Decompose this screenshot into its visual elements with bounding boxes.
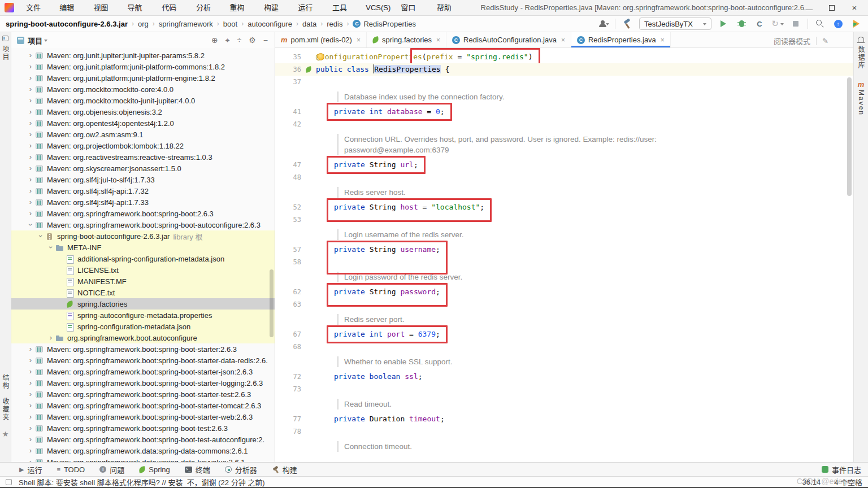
tree-item[interactable]: ›Maven: org.springframework.boot:spring-…	[11, 219, 275, 230]
tree-item[interactable]: ›Maven: org.mockito:mockito-junit-jupite…	[11, 95, 275, 106]
code-line[interactable]: 41private int database = 0;	[275, 106, 853, 118]
tree-item[interactable]: ›Maven: org.springframework.data:spring-…	[11, 445, 275, 456]
run-config-select[interactable]: TestJedisByTX	[639, 18, 711, 30]
menu-item-9[interactable]: 工具(T)	[327, 2, 361, 14]
toolwindow-button-hammer[interactable]: 构建	[272, 464, 297, 475]
install-link[interactable]: 安装	[168, 478, 183, 487]
breadcrumb-item[interactable]: org	[138, 20, 149, 28]
tree-chevron-icon[interactable]: ›	[26, 61, 35, 72]
update-available-icon[interactable]: ↑	[832, 18, 844, 30]
menu-item-11[interactable]: 窗口(W)	[396, 2, 432, 14]
menu-item-4[interactable]: 代码(C)	[157, 2, 191, 14]
toolwindow-tab-database[interactable]: 数据库	[856, 46, 866, 69]
toolwindow-button-todo[interactable]: ≡TODO	[57, 465, 85, 474]
tree-chevron-icon[interactable]: ›	[25, 220, 36, 229]
tree-item[interactable]: ›Maven: org.springframework.boot:spring-…	[11, 411, 275, 422]
code-line[interactable]: 77private Duration timeout;	[275, 413, 853, 425]
tree-item[interactable]: ›org.springframework.boot.autoconfigure	[11, 332, 275, 343]
code-line[interactable]: 72private boolean ssl;	[275, 371, 853, 383]
tree-chevron-icon[interactable]: ›	[26, 50, 35, 61]
caret-position[interactable]: 36:14	[802, 478, 821, 486]
menu-item-10[interactable]: VCS(S)	[361, 2, 396, 14]
tree-chevron-icon[interactable]: ›	[26, 366, 35, 377]
tree-chevron-icon[interactable]: ›	[26, 377, 35, 389]
tree-chevron-icon[interactable]: ›	[26, 400, 35, 411]
project-tab-icon[interactable]	[2, 36, 8, 41]
project-panel-title[interactable]: 项目	[28, 35, 42, 46]
expand-collapse-icon[interactable]: ÷	[237, 36, 242, 45]
tree-item[interactable]: ›Maven: org.slf4j:jul-to-slf4j:1.7.33	[11, 174, 275, 185]
editor-scrollbar-thumb[interactable]	[847, 77, 852, 196]
tree-chevron-icon[interactable]: ›	[26, 117, 35, 129]
tree-item[interactable]: MANIFEST.MF	[11, 276, 275, 287]
tree-chevron-icon[interactable]: ›	[26, 208, 35, 219]
user-account-icon[interactable]	[597, 18, 609, 30]
tab-close-icon[interactable]: ×	[561, 36, 565, 44]
tree-item[interactable]: ›Maven: org.projectlombok:lombok:1.18.22	[11, 140, 275, 151]
locate-file-icon[interactable]: ⊕	[211, 36, 218, 45]
coverage-button[interactable]: C	[753, 18, 766, 30]
event-log-button[interactable]: 事件日志	[832, 464, 861, 475]
tree-item[interactable]: spring-autoconfigure-metadata.properties	[11, 310, 275, 321]
code-line[interactable]: 52private String host = "localhost";	[275, 201, 853, 213]
debug-button[interactable]	[735, 18, 748, 30]
toolwindow-button-leaf[interactable]: Spring	[139, 465, 170, 474]
tree-item[interactable]: ›Maven: org.junit.jupiter:junit-jupiter-…	[11, 50, 275, 61]
menu-item-1[interactable]: 编辑(E)	[54, 2, 88, 14]
search-everywhere-icon[interactable]	[814, 18, 826, 30]
breadcrumb-item[interactable]: springframework	[159, 20, 213, 28]
code-line[interactable]: 68	[275, 341, 853, 353]
toolwindow-tab-structure[interactable]: 结构	[1, 374, 10, 390]
code-line[interactable]: 53	[275, 213, 853, 226]
tree-chevron-icon[interactable]: ›	[26, 84, 35, 95]
rerun-button[interactable]: ↻	[771, 18, 784, 30]
hide-panel-icon[interactable]: −	[263, 36, 268, 45]
tree-item[interactable]: NOTICE.txt	[11, 287, 275, 298]
menu-item-5[interactable]: 分析(Z)	[191, 2, 224, 14]
tree-item[interactable]: ›Maven: org.springframework.boot:spring-…	[11, 343, 275, 355]
tree-item[interactable]: ›spring-boot-autoconfigure-2.6.3.jarlibr…	[11, 230, 275, 242]
build-hammer-button[interactable]	[621, 18, 633, 30]
breadcrumb-item[interactable]: data	[302, 20, 316, 28]
menu-item-0[interactable]: 文件(F)	[21, 2, 54, 14]
tree-chevron-icon[interactable]: ›	[26, 95, 35, 106]
tree-item[interactable]: ›Maven: org.junit.platform:junit-platfor…	[11, 61, 275, 72]
tree-item[interactable]: ›Maven: org.opentest4j:opentest4j:1.2.0	[11, 117, 275, 129]
code-line[interactable]: 48	[275, 171, 853, 184]
toolwindow-switcher-icon[interactable]	[6, 479, 12, 485]
chevron-down-icon[interactable]	[44, 40, 47, 43]
toolwindow-button-profiler[interactable]: 分析器	[225, 464, 257, 475]
toolwindow-tab-favorites[interactable]: 收藏夹	[1, 398, 10, 421]
tree-chevron-icon[interactable]: ›	[26, 72, 35, 84]
tree-chevron-icon[interactable]: ›	[26, 355, 35, 366]
toolwindow-button-terminal[interactable]: >_终端	[185, 464, 210, 475]
run-button[interactable]	[717, 18, 730, 30]
tree-item[interactable]: spring.factories	[11, 298, 275, 310]
tab-close-icon[interactable]: ×	[357, 36, 361, 44]
scroll-from-source-icon[interactable]: ⌖	[225, 36, 230, 45]
menu-item-2[interactable]: 视图(V)	[88, 2, 122, 14]
toolwindow-tab-maven[interactable]: Maven	[857, 90, 865, 116]
code-line[interactable]: 36public class RedisProperties {	[275, 63, 853, 76]
stop-button[interactable]	[789, 18, 802, 30]
code-line[interactable]: 47private String url;	[275, 159, 853, 171]
editor-tab[interactable]: mpom.xml (redis-02)×	[275, 32, 367, 47]
code-line[interactable]: 42	[275, 118, 853, 130]
tree-item[interactable]: ›Maven: org.springframework.boot:spring-…	[11, 377, 275, 389]
code-line[interactable]: 35@ConfigurationProperties(prefix = "spr…	[275, 51, 853, 63]
close-button[interactable]: ×	[851, 5, 858, 11]
tree-item[interactable]: LICENSE.txt	[11, 264, 275, 276]
tab-close-icon[interactable]: ×	[661, 36, 665, 44]
menu-item-12[interactable]: 帮助(H)	[432, 2, 466, 14]
tree-chevron-icon[interactable]: ›	[26, 129, 35, 140]
editor-tab[interactable]: CRedisAutoConfiguration.java×	[446, 32, 571, 47]
menu-item-3[interactable]: 导航(N)	[122, 2, 157, 14]
tree-item[interactable]: ›META-INF	[11, 242, 275, 253]
tree-chevron-icon[interactable]: ›	[26, 174, 35, 185]
code-line[interactable]: 78	[275, 425, 853, 438]
tree-item[interactable]: ›Maven: org.mockito:mockito-core:4.0.0	[11, 84, 275, 95]
tree-chevron-icon[interactable]: ›	[26, 445, 35, 456]
tree-item[interactable]: ›Maven: org.objenesis:objenesis:3.2	[11, 106, 275, 117]
tree-chevron-icon[interactable]: ›	[26, 197, 35, 208]
tree-chevron-icon[interactable]: ›	[26, 163, 35, 174]
